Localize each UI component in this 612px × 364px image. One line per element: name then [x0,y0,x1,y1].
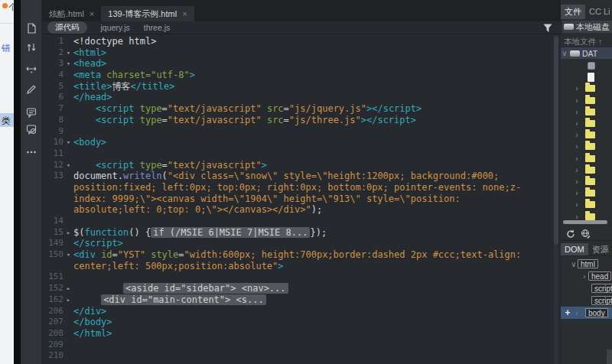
tree-folder-row[interactable]: › [561,106,612,118]
tree-folder-row[interactable]: › [561,153,612,164]
chevron-right-icon[interactable]: › [573,131,581,139]
tree-folder-row[interactable]: › [561,176,612,187]
code-line[interactable]: 152▸ <aside id="sidebar"> <nav>... [42,283,561,294]
code-line[interactable]: 2▾<html> [42,47,561,59]
code-line[interactable]: 4<meta charset="utf-8"> [42,70,561,81]
dom-node-row[interactable]: +›body [561,307,612,319]
chevron-right-icon[interactable]: › [573,177,581,186]
panel-scrollbar[interactable] [607,349,612,364]
code-line[interactable]: 208</html> [42,328,561,340]
fold-toggle-icon[interactable]: ▸ [63,283,73,294]
add-node-icon[interactable]: + [562,307,573,318]
code-line[interactable]: 6</head> [42,92,561,103]
chevron-right-icon[interactable]: › [573,96,581,105]
code-line[interactable]: 151 [42,271,561,283]
refresh-icon[interactable] [566,229,575,239]
chevron-right-icon[interactable]: › [573,309,581,317]
disk-selector[interactable]: 本地磁盘 [562,21,612,33]
fold-toggle-icon[interactable]: ▾ [63,249,73,261]
close-icon[interactable]: × [182,9,187,18]
tree-folder-row[interactable]: › [561,187,612,199]
code-editor[interactable]: 1<!doctype html>2▾<html>3▾<head>4<meta c… [42,34,561,364]
file-tree-hscrollbar[interactable] [563,220,607,224]
fold-toggle-icon[interactable]: ▾ [63,160,73,171]
fold-toggle-icon[interactable]: ▾ [63,137,73,148]
folded-region[interactable]: <div id="main-content"> <s... [101,294,266,305]
code-line[interactable]: 150▾<div id="YST" style="width:600px; he… [42,249,561,261]
code-line[interactable]: 13document.writeln("<div class=\"snow\" … [42,171,561,182]
tree-folder-row[interactable]: › [561,199,612,210]
code-line[interactable]: 15▸$(function() {if (/MSIE 6|MSIE 7|MSIE… [42,227,561,239]
folded-region[interactable]: <aside id="sidebar"> <nav>... [123,283,288,294]
code-line[interactable]: 5<title>博客</title> [42,81,561,93]
code-line[interactable]: 209 [42,340,561,351]
dom-tag-box[interactable]: head [588,271,611,281]
chevron-right-icon[interactable]: › [573,200,581,209]
fold-toggle-icon[interactable]: ▸ [63,227,73,239]
sort-arrow-icon[interactable]: ↑ [598,37,602,46]
tree-folder-row[interactable]: › [561,164,612,176]
tab-cc-library[interactable]: CC Li [585,5,612,18]
code-line[interactable]: 149</script> [42,238,561,249]
chevron-down-icon[interactable]: ∨ [561,49,568,57]
tab-file-1[interactable]: 炫酷.html × [42,6,101,21]
code-line[interactable]: index: 9999;\"><canvas width=\"1904\" he… [42,193,561,205]
chevron-right-icon[interactable]: › [581,272,588,281]
chevron-right-icon[interactable]: › [573,84,581,93]
tree-folder-row[interactable]: › [561,95,612,106]
code-line[interactable]: 11 [42,148,561,160]
code-line[interactable]: 3▾<head> [42,58,561,70]
dom-node-row[interactable]: script [561,282,612,294]
tab-dom[interactable]: DOM [561,243,588,255]
format-brush-icon[interactable] [24,83,38,96]
code-line[interactable]: 207</body> [42,317,561,328]
more-options-icon[interactable] [24,145,38,159]
dom-node-row[interactable]: ›head [561,270,612,282]
fold-toggle-icon[interactable]: ▾ [63,58,73,70]
tab-files[interactable]: 文件 [561,5,585,19]
chevron-right-icon[interactable]: › [573,166,581,174]
chevron-down-icon[interactable]: ∨ [570,260,578,268]
fold-toggle-icon[interactable]: ▸ [63,294,73,306]
code-line[interactable]: 206</div> [42,306,561,317]
filter-icon[interactable] [542,22,553,32]
tree-folder-row[interactable]: › [561,83,612,94]
close-icon[interactable]: × [90,9,94,18]
code-line[interactable]: 9 [42,126,561,138]
tab-file-2[interactable]: 139-博客示例.html × [101,6,194,21]
new-document-icon[interactable] [24,21,38,35]
chevron-right-icon[interactable]: › [573,189,581,197]
editor-scrollbar-thumb[interactable] [554,37,558,245]
browser-edit-icon[interactable] [581,229,591,239]
tab-resources[interactable]: 资源 [588,242,612,257]
folded-region[interactable]: if (/MSIE 6|MSIE 7|MSIE 8... [151,227,310,238]
word-wrap-icon[interactable]: * [24,63,38,77]
subtab-three[interactable]: three.js [144,23,170,32]
tree-root-row[interactable]: ∨ DAT [561,47,612,59]
code-line[interactable]: center;left: 500px;position:absolute"> [42,261,561,272]
dom-tag-box[interactable]: script [591,296,612,305]
dom-tag-box[interactable]: body [585,308,608,317]
dom-tag-box[interactable]: script [591,284,612,293]
tree-folder-row[interactable]: › [561,129,612,141]
tree-folder-row[interactable]: › [561,141,612,152]
tree-file-row[interactable] [561,60,612,71]
subtab-jquery[interactable]: jquery.js [101,23,130,32]
sort-lines-icon[interactable] [24,41,38,54]
code-line[interactable]: 12▾ <script type="text/javascript"> [42,160,561,171]
uncomment-icon[interactable] [24,122,38,136]
code-line[interactable]: 210 [42,350,561,362]
chevron-right-icon[interactable]: › [573,108,581,116]
subtab-source[interactable]: 源代码 [47,21,87,34]
editor-scrollbar[interactable] [554,35,558,364]
code-line[interactable]: 8 <script type="text/javascript" src="js… [42,115,561,126]
chevron-right-icon[interactable]: › [573,142,581,151]
tree-file-row[interactable] [561,71,612,83]
code-line[interactable]: position:fixed; left:0px; top:0px; right… [42,182,561,193]
code-line[interactable]: 162▸ <div id="main-content"> <s... [42,294,561,306]
code-line[interactable]: 7 <script type="text/javascript" src="js… [42,103,561,115]
code-line[interactable]: 1<!doctype html> [42,36,561,47]
chevron-right-icon[interactable]: › [573,213,581,221]
code-line[interactable]: 10▾<body> [42,137,561,148]
fold-toggle-icon[interactable]: ▾ [63,47,73,59]
